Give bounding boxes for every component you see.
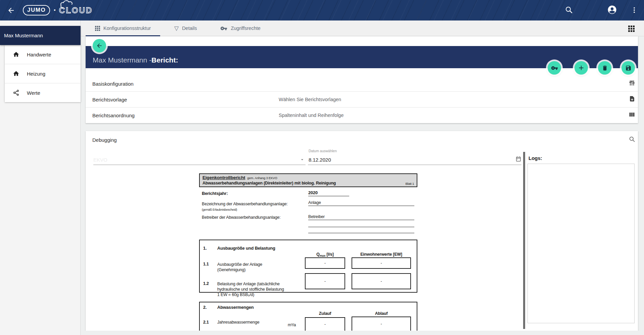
sidebar-item-handwerte[interactable]: Handwerte xyxy=(5,45,81,64)
account-icon[interactable] xyxy=(607,5,617,16)
year-value: 2020 xyxy=(308,190,349,196)
row-label: Ausbaugröße der Anlage (Genehmigung) xyxy=(217,262,262,273)
home-icon xyxy=(13,51,19,58)
top-bar: JUMO · CLOUD xyxy=(0,0,644,20)
sidebar-item-label: Heizung xyxy=(27,71,45,77)
row-label: Belastung der Anlage (tatsächliche hydra… xyxy=(217,281,284,297)
report-title: Eigenkontrollbericht xyxy=(202,175,245,180)
permissions-fab[interactable] xyxy=(548,61,561,75)
grid-icon xyxy=(95,26,100,31)
share-icon xyxy=(13,89,19,96)
cloud-outline-icon xyxy=(60,0,92,9)
tab-label: Zugriffsrechte xyxy=(231,26,260,31)
jumo-logo: JUMO xyxy=(23,5,50,15)
key-icon xyxy=(551,65,558,72)
tab-konfigurationsstruktur[interactable]: Konfigurationsstruktur xyxy=(86,20,160,36)
save-icon xyxy=(625,65,632,71)
sidebar-user-name: Max Mustermann xyxy=(4,33,43,38)
template-select[interactable]: EKVO xyxy=(93,155,306,165)
col-head-ablauf: Ablauf xyxy=(352,311,411,316)
tab-label: Details xyxy=(182,26,197,31)
row-label: Berichtsanordnung xyxy=(92,113,135,118)
delete-fab[interactable] xyxy=(598,61,611,75)
debugging-card: Debugging EKVO Datum auswählen 8.12.2020… xyxy=(86,131,638,335)
value-cell: - xyxy=(352,317,411,331)
row-label: Basiskonfiguration xyxy=(92,81,134,87)
row-label: Jahresabwassermenge xyxy=(217,320,259,325)
tab-details[interactable]: ▽ Details xyxy=(165,20,206,36)
row-number: 1.2 xyxy=(203,281,209,286)
col-head-ew: Einwohnerwerte [EW] xyxy=(352,252,411,257)
plant-value: Anlage xyxy=(308,200,414,206)
report-title-suffix: gem. Anhang 3 EKVO xyxy=(247,176,277,180)
operator-value: Betreiber xyxy=(308,214,414,220)
date-picker-value: 8.12.2020 xyxy=(309,157,331,163)
calendar-icon[interactable] xyxy=(515,156,521,163)
tab-strip: Konfigurationsstruktur ▽ Details Zugriff… xyxy=(81,20,644,36)
kebab-menu-icon[interactable] xyxy=(631,6,638,16)
sidebar-header: Max Mustermann xyxy=(0,26,81,45)
row-label: Berichtsvorlage xyxy=(92,97,127,102)
bottom-strip xyxy=(81,331,644,335)
row-basiskonfiguration[interactable]: Basiskonfiguration xyxy=(86,76,638,92)
back-arrow-icon[interactable] xyxy=(6,5,16,15)
sidebar-item-heizung[interactable]: Heizung xyxy=(5,64,81,83)
plant-label: Bezeichnung der Abwasserbehandlungsanlag… xyxy=(202,202,288,206)
search-icon[interactable] xyxy=(629,136,636,144)
sidebar-menu: Handwerte Heizung Werte xyxy=(5,45,81,102)
tune-sliders-icon[interactable] xyxy=(629,80,635,88)
value-cell: - xyxy=(352,257,411,269)
columns-icon[interactable] xyxy=(629,111,635,119)
row-unit: m³/a xyxy=(288,323,296,327)
home-icon xyxy=(13,70,19,77)
jumo-cloud-app: JUMO · CLOUD Max Mustermann Handwerte He… xyxy=(0,0,644,335)
debugging-title: Debugging xyxy=(92,137,117,143)
add-fab[interactable] xyxy=(574,61,588,75)
back-arrow-icon xyxy=(96,42,103,49)
col-head-zulauf: Zulauf xyxy=(305,311,345,316)
row-berichtsanordnung[interactable]: Berichtsanordnung Spalteninhalt und Reih… xyxy=(86,108,638,123)
template-select-value: EKVO xyxy=(93,157,107,163)
row-value: Spalteninhalt und Reihenfolge xyxy=(279,113,343,118)
report-section-2: 2. Abwassermengen Zulauf Ablauf 2.1 Jahr… xyxy=(199,302,417,335)
operator-label: Betreiber der Abwasserbehandlungsanlage: xyxy=(202,215,281,220)
section-title: Abwassermengen xyxy=(217,305,254,310)
row-berichtsvorlage[interactable]: Berichtsvorlage Wählen Sie Berichtsvorla… xyxy=(86,92,638,108)
funnel-icon: ▽ xyxy=(174,26,179,31)
preview-scrollbar[interactable] xyxy=(523,152,525,329)
logs-label: Logs: xyxy=(528,155,542,161)
page-title: Bericht: xyxy=(151,56,178,64)
report-subtitle: Abwasserbehandlungsanlagen (Direkteinlei… xyxy=(202,181,336,185)
save-fab[interactable] xyxy=(622,61,635,75)
operator-extra-line xyxy=(308,226,414,227)
tab-zugriffsrechte[interactable]: Zugriffsrechte xyxy=(211,20,270,36)
value-cell: - xyxy=(352,273,411,289)
plus-icon xyxy=(578,64,585,72)
back-fab[interactable] xyxy=(93,39,106,52)
row-number: 1.1 xyxy=(203,262,209,266)
logs-output xyxy=(527,164,635,323)
operator-extra-line xyxy=(308,233,414,233)
year-label: Berichtsjahr: xyxy=(202,191,228,196)
value-cell: - xyxy=(305,317,345,331)
report-header: Eigenkontrollbericht gem. Anhang 3 EKVO … xyxy=(199,173,417,187)
configuration-card: Max Mustermann - Bericht: Basiskonfigura… xyxy=(86,36,638,123)
key-icon xyxy=(220,25,227,32)
section-number: 1. xyxy=(203,246,206,251)
date-picker-label: Datum auswählen xyxy=(309,149,337,153)
row-value: Wählen Sie Berichtsvorlagen xyxy=(279,97,341,102)
date-picker-field[interactable]: Datum auswählen 8.12.2020 xyxy=(308,155,521,165)
note-add-icon[interactable] xyxy=(629,96,635,103)
plant-note: (gemäß Erlaubnisbescheid) xyxy=(202,208,237,211)
sidebar-item-werte[interactable]: Werte xyxy=(5,83,81,102)
grid-view-button[interactable] xyxy=(628,26,635,33)
trash-icon xyxy=(602,65,608,71)
chevron-down-icon xyxy=(300,157,305,164)
sidebar-item-label: Handwerte xyxy=(27,52,51,57)
report-sheet-number: Blatt 1 xyxy=(405,182,414,185)
sidebar-item-label: Werte xyxy=(27,90,40,96)
tab-label: Konfigurationsstruktur xyxy=(103,26,151,31)
section-title: Ausbaugröße und Belastung xyxy=(217,246,275,251)
col-head-qmax: Qmax [l/s] xyxy=(305,252,345,257)
search-icon[interactable] xyxy=(565,6,573,15)
